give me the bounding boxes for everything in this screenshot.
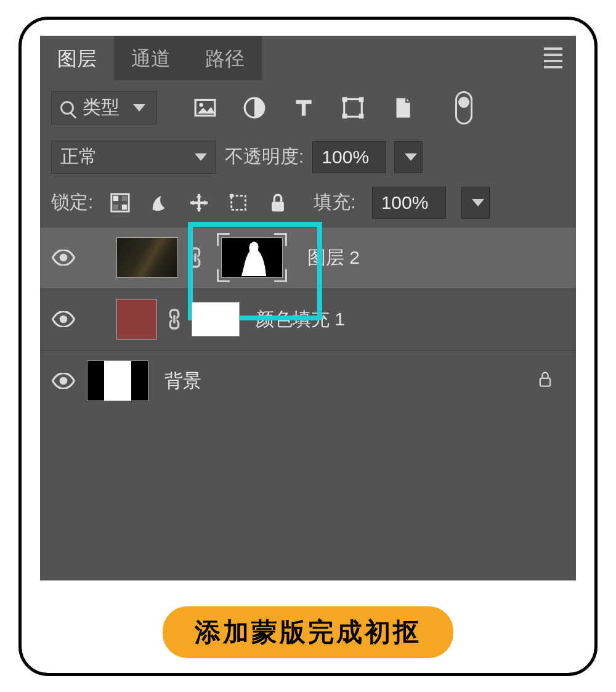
filter-shape-icon[interactable] xyxy=(341,96,365,120)
svg-rect-10 xyxy=(122,195,128,201)
layer-filter-row: 类型 xyxy=(40,80,576,136)
opacity-input[interactable]: 100% xyxy=(312,141,386,173)
layer-mask-thumbnail[interactable] xyxy=(221,237,283,278)
blend-mode-select[interactable]: 正常 xyxy=(51,140,216,174)
layer-name[interactable]: 背景 xyxy=(164,368,201,394)
lock-transparent-icon[interactable] xyxy=(109,192,131,214)
chevron-down-icon xyxy=(133,104,145,112)
mask-link-icon[interactable] xyxy=(168,309,180,330)
opacity-value: 100% xyxy=(322,147,369,168)
mask-thumbnail-wrap xyxy=(213,231,291,284)
lock-icon xyxy=(537,369,554,393)
lock-position-icon[interactable] xyxy=(188,192,210,214)
svg-rect-4 xyxy=(342,97,347,102)
tab-channels[interactable]: 通道 xyxy=(114,36,188,80)
card-frame: 图层 通道 路径 类型 xyxy=(18,17,598,676)
svg-point-1 xyxy=(200,103,203,107)
lock-label: 锁定: xyxy=(51,190,93,215)
filter-kind-select[interactable]: 类型 xyxy=(51,91,157,124)
panel-menu-icon[interactable] xyxy=(544,47,562,68)
layer-row[interactable]: 颜色填充 1 xyxy=(40,288,576,350)
svg-rect-14 xyxy=(272,201,284,211)
panel-tabs: 图层 通道 路径 xyxy=(40,36,576,80)
filter-pixel-icon[interactable] xyxy=(193,96,217,120)
mask-link-icon[interactable] xyxy=(189,247,201,268)
svg-point-20 xyxy=(60,315,68,324)
chevron-down-icon xyxy=(405,153,417,161)
layer-row[interactable]: 背景 xyxy=(40,350,576,412)
fill-stepper[interactable] xyxy=(461,187,490,219)
fill-value: 100% xyxy=(381,192,429,213)
chevron-down-icon xyxy=(472,199,484,206)
visibility-toggle[interactable] xyxy=(51,245,76,270)
filter-toggle[interactable] xyxy=(455,91,472,124)
layers-list: 图层 2 颜色填充 1 xyxy=(40,227,576,580)
blend-mode-value: 正常 xyxy=(60,144,97,169)
svg-rect-11 xyxy=(113,204,119,210)
svg-point-25 xyxy=(60,377,68,385)
svg-rect-7 xyxy=(359,113,364,118)
lock-image-icon[interactable] xyxy=(148,192,171,214)
layer-row[interactable]: 图层 2 xyxy=(40,227,576,288)
svg-rect-9 xyxy=(113,195,119,201)
svg-rect-6 xyxy=(342,113,347,118)
visibility-toggle[interactable] xyxy=(51,307,76,332)
svg-rect-26 xyxy=(540,378,550,386)
layers-panel: 图层 通道 路径 类型 xyxy=(40,36,576,580)
search-icon xyxy=(60,101,74,115)
layer-name[interactable]: 颜色填充 1 xyxy=(256,307,345,332)
tab-paths[interactable]: 路径 xyxy=(188,36,262,80)
lock-all-icon[interactable] xyxy=(267,192,289,214)
svg-rect-5 xyxy=(359,97,364,102)
lock-row: 锁定: 填充: 100% xyxy=(40,179,576,227)
filter-adjustment-icon[interactable] xyxy=(242,96,267,120)
fill-input[interactable]: 100% xyxy=(372,187,446,219)
fill-label: 填充: xyxy=(314,190,355,215)
layer-thumbnail[interactable] xyxy=(116,237,178,278)
filter-smartobject-icon[interactable] xyxy=(390,96,415,120)
filter-type-text-icon[interactable] xyxy=(291,96,316,120)
blend-row: 正常 不透明度: 100% xyxy=(40,136,576,179)
lock-artboard-icon[interactable] xyxy=(227,192,249,214)
layer-name[interactable]: 图层 2 xyxy=(307,245,360,271)
visibility-toggle[interactable] xyxy=(51,368,76,393)
svg-rect-12 xyxy=(122,204,128,210)
caption-pill: 添加蒙版完成初抠 xyxy=(163,606,453,658)
filter-kind-label: 类型 xyxy=(83,95,120,120)
opacity-label: 不透明度: xyxy=(225,144,304,169)
layer-thumbnail[interactable] xyxy=(87,360,148,401)
opacity-stepper[interactable] xyxy=(394,141,423,173)
svg-rect-13 xyxy=(232,195,246,210)
layer-mask-thumbnail[interactable] xyxy=(192,302,240,336)
filter-type-icons xyxy=(193,96,415,120)
layer-thumbnail[interactable] xyxy=(116,299,157,340)
svg-point-15 xyxy=(60,254,68,262)
chevron-down-icon xyxy=(195,153,207,161)
tab-layers[interactable]: 图层 xyxy=(40,36,114,80)
